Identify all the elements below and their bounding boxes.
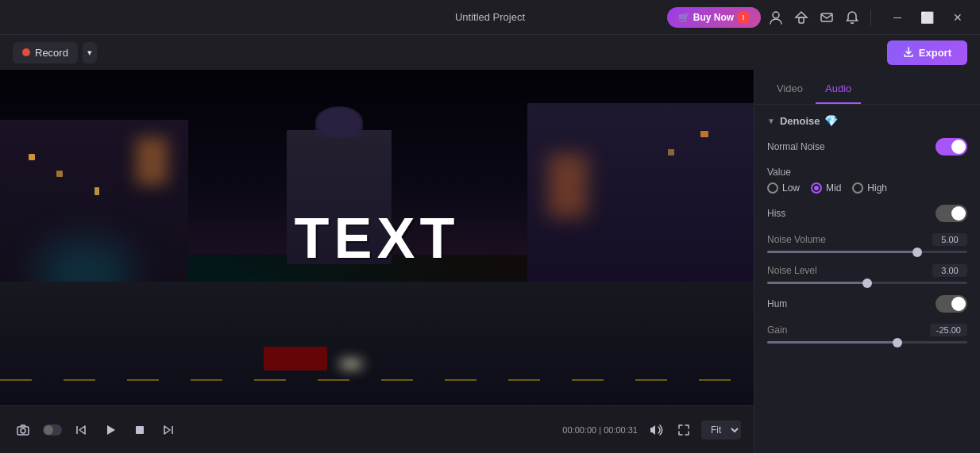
- noise-volume-row: Noise Volume 5.00: [767, 233, 967, 253]
- play-button[interactable]: [100, 420, 121, 440]
- gain-label: Gain: [767, 324, 787, 336]
- radio-high[interactable]: High: [852, 182, 887, 194]
- normal-noise-row: Normal Noise: [767, 138, 967, 155]
- thumb-inner: [44, 425, 53, 435]
- time-display: 00:00:00 | 00:00:31: [562, 425, 638, 435]
- noise-level-track[interactable]: [767, 282, 967, 284]
- denoise-section-header[interactable]: ▼ Denoise 💎: [767, 114, 967, 127]
- building-warm-light-2: [548, 154, 588, 217]
- title-bar: Untitled Project 🛒 Buy Now ! ─ ⬜ ✕: [0, 0, 980, 35]
- road-markings: [0, 379, 754, 381]
- app-title: Untitled Project: [455, 11, 525, 23]
- noise-level-value: 3.00: [932, 264, 967, 277]
- toolbar: Record ▾ Export: [0, 35, 980, 70]
- noise-volume-track[interactable]: [767, 251, 967, 253]
- hum-toggle[interactable]: [936, 295, 967, 313]
- main-content: TEXT: [0, 70, 980, 453]
- radio-mid-circle: [811, 182, 822, 194]
- radio-low[interactable]: Low: [767, 182, 800, 194]
- radio-group-value: Low Mid High: [767, 182, 967, 194]
- value-label: Value: [767, 167, 967, 178]
- noise-volume-value: 5.00: [932, 233, 967, 246]
- noise-level-fill: [767, 282, 867, 284]
- noise-volume-label: Noise Volume: [767, 234, 826, 245]
- radio-low-circle: [767, 182, 778, 194]
- svg-rect-2: [821, 13, 832, 21]
- svg-point-0: [773, 12, 779, 18]
- noise-volume-thumb[interactable]: [912, 248, 922, 257]
- window-light: [56, 171, 63, 177]
- export-button[interactable]: Export: [887, 40, 967, 65]
- volume-button[interactable]: [646, 420, 666, 440]
- buy-badge: !: [737, 11, 750, 24]
- hum-label: Hum: [767, 298, 787, 309]
- tab-video[interactable]: Video: [767, 75, 812, 104]
- noise-level-label: Noise Level: [767, 265, 817, 276]
- diamond-icon: 💎: [824, 114, 838, 127]
- record-dropdown-button[interactable]: ▾: [83, 42, 97, 63]
- building-warm-light: [136, 137, 168, 185]
- noise-volume-header: Noise Volume 5.00: [767, 233, 967, 246]
- hum-row: Hum: [767, 295, 967, 313]
- video-controls: 00:00:00 | 00:00:31 Fit: [0, 405, 754, 453]
- noise-level-header: Noise Level 3.00: [767, 264, 967, 277]
- radio-mid[interactable]: Mid: [811, 182, 841, 194]
- noise-volume-fill: [767, 251, 917, 253]
- gain-track[interactable]: [767, 341, 967, 344]
- video-area: TEXT: [0, 70, 754, 453]
- road: [0, 282, 754, 406]
- dome: [315, 106, 363, 138]
- window-light: [700, 131, 708, 137]
- hiss-toggle[interactable]: [936, 205, 967, 222]
- hiss-row: Hiss: [767, 205, 967, 222]
- video-text-overlay: TEXT: [294, 205, 459, 271]
- hat-icon-button[interactable]: [791, 7, 812, 28]
- noise-level-thumb[interactable]: [862, 278, 872, 288]
- camera-icon: [16, 423, 30, 437]
- gain-value: -25.00: [930, 324, 967, 336]
- fullscreen-button[interactable]: [674, 420, 693, 440]
- title-bar-right: 🛒 Buy Now ! ─ ⬜ ✕: [667, 7, 970, 28]
- gain-thumb[interactable]: [893, 338, 902, 347]
- thumbnail-dot: [43, 424, 62, 436]
- svg-marker-5: [107, 425, 115, 435]
- controls-left: [13, 420, 33, 440]
- right-panel: Video Audio ▼ Denoise 💎 Normal Noise Val…: [754, 70, 980, 453]
- normal-noise-toggle[interactable]: [936, 138, 967, 155]
- stop-button[interactable]: [130, 420, 149, 440]
- normal-noise-label: Normal Noise: [767, 141, 825, 152]
- red-bus: [264, 347, 327, 370]
- mail-icon-button[interactable]: [816, 7, 837, 28]
- gain-fill: [767, 341, 897, 344]
- skip-forward-button[interactable]: [159, 420, 178, 440]
- svg-point-4: [21, 428, 25, 433]
- skip-back-button[interactable]: [71, 420, 91, 440]
- controls-right: 00:00:00 | 00:00:31 Fit: [562, 420, 741, 440]
- video-container: TEXT: [0, 70, 754, 405]
- window-controls: ─ ⬜ ✕: [885, 8, 970, 27]
- svg-rect-6: [136, 426, 144, 434]
- minimize-button[interactable]: ─: [885, 8, 909, 27]
- divider: [870, 10, 871, 25]
- window-light: [95, 187, 99, 195]
- bell-icon-button[interactable]: [842, 7, 862, 28]
- maximize-button[interactable]: ⬜: [912, 8, 942, 27]
- record-button[interactable]: Record: [13, 42, 78, 63]
- tab-audio[interactable]: Audio: [816, 75, 861, 104]
- buy-now-button[interactable]: 🛒 Buy Now !: [667, 7, 761, 28]
- record-group: Record ▾: [13, 42, 97, 63]
- export-icon: [903, 47, 914, 58]
- panel-content: ▼ Denoise 💎 Normal Noise Value Low Mid: [754, 105, 980, 453]
- window-light: [668, 149, 674, 155]
- car-headlight: [339, 360, 363, 368]
- noise-level-row: Noise Level 3.00: [767, 264, 967, 284]
- window-light: [29, 154, 35, 160]
- user-icon-button[interactable]: [766, 7, 786, 28]
- fit-select[interactable]: Fit: [701, 420, 741, 440]
- close-button[interactable]: ✕: [945, 8, 970, 27]
- svg-rect-1: [799, 17, 804, 23]
- hiss-label: Hiss: [767, 208, 785, 219]
- chevron-down-icon: ▼: [767, 117, 775, 125]
- gain-header: Gain -25.00: [767, 324, 967, 336]
- screenshot-button[interactable]: [13, 420, 33, 440]
